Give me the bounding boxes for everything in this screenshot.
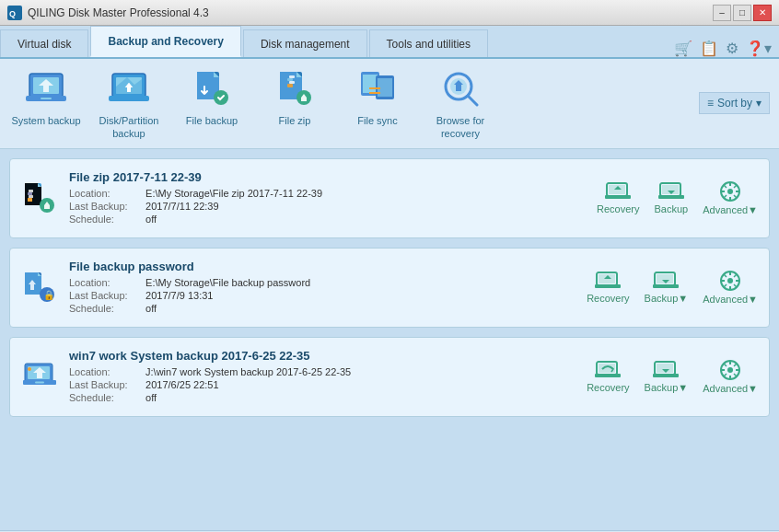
tab-actions: 🛒 📋 ⚙ ❓▾ bbox=[667, 40, 779, 57]
system-backup-label: System backup bbox=[11, 114, 80, 127]
main-content: File zip 2017-7-11 22-39 Location: E:\My… bbox=[0, 149, 779, 530]
toolbar-disk-partition-backup[interactable]: Disk/Partition backup bbox=[92, 66, 166, 141]
task-2-advanced-button[interactable]: Advanced▼ bbox=[703, 270, 758, 305]
svg-rect-16 bbox=[289, 81, 295, 84]
toolbar-file-zip[interactable]: File zip bbox=[258, 66, 331, 127]
backup-icon bbox=[658, 181, 684, 202]
toolbar: System backup Disk/Partition backup bbox=[0, 59, 779, 149]
toolbar-browse-recovery[interactable]: Browse for recovery bbox=[424, 66, 497, 141]
svg-line-25 bbox=[468, 96, 477, 105]
svg-rect-29 bbox=[28, 192, 32, 195]
task-row: File zip 2017-7-11 22-39 Location: E:\My… bbox=[9, 158, 770, 238]
svg-rect-9 bbox=[109, 96, 149, 101]
task-2-backup-button[interactable]: Backup▼ bbox=[645, 271, 689, 304]
advanced-icon-2 bbox=[719, 270, 741, 292]
backup-icon-2 bbox=[653, 271, 679, 291]
task-2-icon: 🔒 bbox=[21, 269, 58, 306]
task-1-schedule: Schedule: off bbox=[69, 214, 597, 225]
svg-rect-15 bbox=[287, 78, 293, 81]
browse-recovery-icon bbox=[438, 66, 483, 110]
task-2-location: Location: E:\My Storage\File backup pass… bbox=[69, 277, 587, 288]
app-icon: Q bbox=[7, 6, 22, 20]
app-title: QILING Disk Master Professional 4.3 bbox=[28, 6, 713, 19]
sort-label: Sort by bbox=[717, 97, 752, 110]
svg-rect-14 bbox=[289, 75, 295, 78]
task-2-recovery-button[interactable]: Recovery bbox=[587, 271, 629, 304]
tabbar: Virtual disk Backup and Recovery Disk ma… bbox=[0, 26, 779, 59]
svg-rect-64 bbox=[653, 374, 679, 377]
file-zip-icon bbox=[273, 66, 317, 110]
svg-rect-50 bbox=[653, 284, 679, 288]
tab-tools-utilities[interactable]: Tools and utilities bbox=[369, 29, 488, 57]
minimize-button[interactable]: – bbox=[713, 5, 731, 21]
task-3-advanced-button[interactable]: Advanced▼ bbox=[703, 359, 758, 394]
task-1-name: File zip 2017-7-11 22-39 bbox=[69, 170, 597, 184]
task-3-backup-button[interactable]: Backup▼ bbox=[645, 360, 689, 393]
svg-rect-10 bbox=[127, 87, 131, 92]
svg-point-40 bbox=[727, 189, 733, 194]
list-icon[interactable]: 📋 bbox=[700, 40, 718, 57]
svg-rect-31 bbox=[28, 198, 32, 202]
svg-rect-38 bbox=[658, 195, 684, 199]
svg-rect-42 bbox=[30, 284, 34, 290]
tab-disk-management[interactable]: Disk management bbox=[243, 29, 367, 57]
svg-rect-47 bbox=[595, 284, 621, 288]
cart-icon[interactable]: 🛒 bbox=[674, 40, 692, 57]
backup-icon-3 bbox=[653, 360, 679, 380]
task-2-schedule: Schedule: off bbox=[69, 303, 587, 314]
task-row: 🔒 File backup password Location: E:\My S… bbox=[9, 248, 770, 328]
sort-button[interactable]: ≡ Sort by ▾ bbox=[699, 92, 770, 114]
file-backup-label: File backup bbox=[186, 114, 238, 127]
task-1-recovery-button[interactable]: Recovery bbox=[597, 181, 639, 214]
task-3-name: win7 work System backup 2017-6-25 22-35 bbox=[69, 349, 587, 363]
svg-text:Q: Q bbox=[9, 9, 16, 18]
help-icon[interactable]: ❓▾ bbox=[746, 40, 772, 57]
recovery-icon-3 bbox=[595, 360, 621, 380]
task-1-backup-button[interactable]: Backup bbox=[654, 181, 688, 214]
titlebar: Q QILING Disk Master Professional 4.3 – … bbox=[0, 0, 779, 26]
task-2-last-backup: Last Backup: 2017/7/9 13:31 bbox=[69, 290, 587, 301]
svg-rect-61 bbox=[595, 374, 621, 377]
recovery-icon-2 bbox=[595, 271, 621, 291]
sort-icon: ≡ bbox=[707, 97, 714, 110]
file-sync-label: File sync bbox=[357, 114, 397, 127]
svg-rect-30 bbox=[29, 195, 33, 198]
file-zip-label: File zip bbox=[279, 114, 311, 127]
svg-rect-26 bbox=[456, 85, 461, 91]
task-3-schedule: Schedule: off bbox=[69, 392, 587, 403]
task-3-actions: Recovery Backup▼ bbox=[587, 359, 758, 394]
task-1-last-backup: Last Backup: 2017/7/11 22:39 bbox=[69, 201, 597, 212]
svg-point-52 bbox=[727, 278, 733, 283]
task-1-advanced-button[interactable]: Advanced▼ bbox=[703, 180, 758, 215]
disk-partition-backup-icon bbox=[107, 66, 151, 110]
svg-rect-20 bbox=[363, 75, 378, 93]
advanced-icon bbox=[719, 180, 741, 202]
maximize-button[interactable]: □ bbox=[733, 5, 751, 21]
browse-recovery-label: Browse for recovery bbox=[424, 114, 497, 141]
file-sync-icon bbox=[355, 66, 400, 110]
tab-virtual-disk[interactable]: Virtual disk bbox=[0, 29, 88, 57]
task-3-recovery-button[interactable]: Recovery bbox=[587, 360, 629, 393]
toolbar-file-sync[interactable]: File sync bbox=[341, 66, 414, 127]
tab-backup-recovery[interactable]: Backup and Recovery bbox=[90, 26, 240, 57]
toolbar-file-backup[interactable]: File backup bbox=[175, 66, 249, 127]
task-1-icon bbox=[21, 179, 58, 216]
svg-point-66 bbox=[727, 367, 733, 373]
toolbar-system-backup[interactable]: System backup bbox=[9, 66, 83, 127]
file-backup-icon bbox=[190, 66, 234, 110]
task-1-info: File zip 2017-7-11 22-39 Location: E:\My… bbox=[69, 170, 597, 226]
task-3-last-backup: Last Backup: 2017/6/25 22:51 bbox=[69, 379, 587, 390]
svg-rect-28 bbox=[29, 190, 33, 192]
settings-icon[interactable]: ⚙ bbox=[726, 40, 738, 57]
svg-rect-35 bbox=[605, 195, 631, 199]
svg-text:🔒: 🔒 bbox=[43, 289, 55, 301]
svg-rect-56 bbox=[35, 382, 44, 384]
svg-rect-17 bbox=[287, 84, 293, 87]
task-3-location: Location: J:\win7 work System backup 201… bbox=[69, 366, 587, 377]
task-row: win7 work System backup 2017-6-25 22-35 … bbox=[9, 337, 770, 417]
disk-partition-backup-label: Disk/Partition backup bbox=[92, 114, 166, 141]
svg-rect-5 bbox=[41, 98, 52, 99]
close-button[interactable]: ✕ bbox=[753, 5, 772, 21]
svg-point-58 bbox=[28, 367, 31, 371]
svg-rect-6 bbox=[43, 86, 49, 92]
